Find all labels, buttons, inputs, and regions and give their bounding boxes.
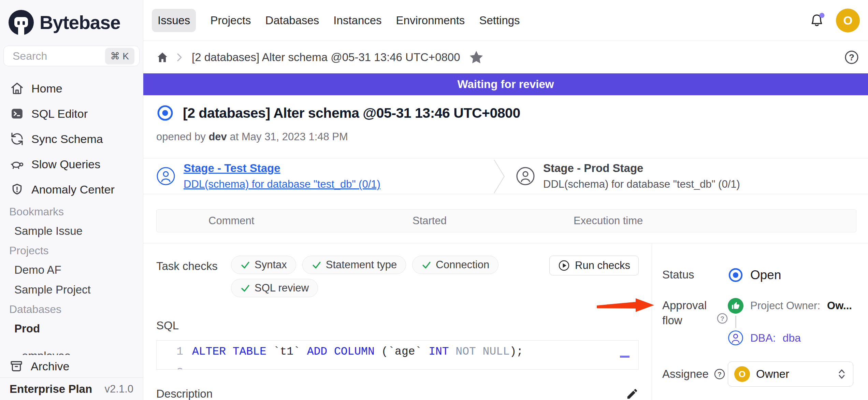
stage-test-stage[interactable]: Stage - Test Stage DDL(schema) for datab… [156,158,380,194]
bytebase-logo-icon [8,9,35,36]
line-number: 2 [157,366,192,370]
sidebar: Bytebase Search ⌘ K Home SQL Editor Sync… [0,0,143,400]
sql-editor-icon [10,107,24,120]
main-area: Issues Projects Databases Instances Envi… [143,0,868,400]
approval-step-pending: DBA: dba [728,330,852,346]
sidebar-item-demo-af[interactable]: Demo AF [0,260,143,280]
status-value: Open [750,268,781,282]
user-avatar[interactable]: O [836,9,860,32]
stage-task-link[interactable]: DDL(schema) for database "test_db" (0/1) [184,178,380,190]
search-placeholder: Search [13,50,105,62]
tab-projects[interactable]: Projects [210,14,251,27]
edit-pencil-icon[interactable] [626,387,639,400]
notification-bell-icon[interactable] [808,12,826,29]
approval-help-icon[interactable]: ? [716,312,728,325]
tab-databases[interactable]: Databases [265,14,319,27]
sidebar-section-databases: Databases [0,300,143,319]
column-execution-time: Execution time [574,210,643,232]
help-icon[interactable]: ? [844,50,859,65]
annotation-arrow [596,296,655,314]
assignee-help-icon[interactable]: ? [713,368,726,380]
breadcrumb: [2 databases] Alter schema @05-31 13:46 … [143,41,868,73]
tab-instances[interactable]: Instances [333,14,381,27]
top-navigation: Issues Projects Databases Instances Envi… [143,0,868,41]
assignee-value: Owner [756,368,789,381]
task-table-header: Comment Started Execution time [156,209,856,232]
banner-text: Waiting for review [458,78,554,91]
stage-separator-chevron [493,158,506,195]
tab-issues[interactable]: Issues [152,9,196,32]
assignee-row: Assignee ? O Owner [662,361,868,387]
task-checks-label: Task checks [156,260,220,273]
check-syntax[interactable]: Syntax [231,256,296,274]
home-icon [10,82,24,95]
search-shortcut: ⌘ K [105,48,134,65]
stage-person-icon-active [156,167,175,186]
sidebar-item-home[interactable]: Home [0,76,143,101]
stage-name-link[interactable]: Stage - Test Stage [184,162,380,175]
approval-connector-line [735,316,736,328]
sidebar-item-sync-schema[interactable]: Sync Schema [0,126,143,152]
stage-task[interactable]: DDL(schema) for database "test_db" (0/1) [543,178,740,190]
status-row: Status Open [662,267,868,283]
issue-open-icon [156,104,174,122]
tab-environments[interactable]: Environments [396,14,465,27]
logo[interactable]: Bytebase [0,0,143,38]
check-sql-review[interactable]: SQL review [231,279,318,297]
assignee-select[interactable]: O Owner [728,361,853,387]
star-icon[interactable] [469,50,483,65]
svg-text:?: ? [849,52,854,62]
breadcrumb-home-icon[interactable] [156,51,169,64]
status-open-icon [728,267,743,283]
slow-queries-icon [10,157,24,171]
sql-editor[interactable]: 1 ALTER TABLE `t1` ADD COLUMN (`age` INT… [156,340,639,370]
check-statement-type[interactable]: Statement type [302,256,406,274]
stage-name[interactable]: Stage - Prod Stage [543,162,740,175]
sidebar-item-sample-project[interactable]: Sample Project [0,280,143,300]
plan-label: Enterprise Plan [10,383,92,396]
status-banner: Waiting for review [143,73,868,95]
sidebar-item-anomaly-center[interactable]: Anomaly Center [0,177,143,202]
sidebar-item-sql-editor[interactable]: SQL Editor [0,101,143,126]
sidebar-item-sample-issue[interactable]: Sample Issue [0,221,143,241]
play-icon [558,259,570,272]
thumbs-up-approved-icon [728,298,743,314]
approval-step-role: Project Owner: [750,300,820,312]
approval-step-role: DBA: [750,332,776,344]
issue-title: [2 databases] Alter schema @05-31 13:46 … [183,105,520,121]
stage-strip: Stage - Test Stage DDL(schema) for datab… [143,158,868,194]
sidebar-section-projects: Projects [0,241,143,260]
check-connection[interactable]: Connection [412,256,498,274]
assignee-label: Assignee [662,367,709,382]
description-label: Description [156,387,213,400]
approval-step-value: dba [783,332,801,344]
stage-person-icon-inactive [516,167,535,186]
issue-header: [2 databases] Alter schema @05-31 13:46 … [143,95,868,143]
stage-prod-stage[interactable]: Stage - Prod Stage DDL(schema) for datab… [516,158,740,194]
sidebar-section-bookmarks: Bookmarks [0,202,143,221]
run-checks-button[interactable]: Run checks [549,256,639,275]
approval-flow-label: Approval flow ? [662,298,728,346]
issue-sidebar-panel: Status Open Approval flow ? Project Owne… [652,243,868,400]
sidebar-item-slow-queries[interactable]: Slow Queries [0,152,143,177]
sidebar-item-archive[interactable]: Archive [0,355,143,377]
dba-person-icon [728,330,743,346]
sidebar-item-prod[interactable]: Prod [0,319,143,339]
svg-text:?: ? [720,315,724,322]
search-input[interactable]: Search ⌘ K [3,46,140,66]
issue-byline: opened by dev at May 31, 2023 1:48 PM [156,131,855,143]
line-number: 1 [157,345,192,358]
sql-section-label: SQL [156,319,639,332]
sidebar-footer: Enterprise Plan v2.1.0 [0,377,143,400]
approval-step-value: Ow... [827,300,852,312]
tab-settings[interactable]: Settings [479,14,520,27]
approval-step-approved: Project Owner: Ow... [728,298,852,314]
select-chevrons-icon [837,367,847,382]
anomaly-center-icon [10,183,24,196]
brand-name: Bytebase [40,12,120,33]
issue-author: dev [208,131,227,143]
breadcrumb-issue-label[interactable]: [2 databases] Alter schema @05-31 13:46 … [192,51,460,64]
sql-code-line: ALTER TABLE `t1` ADD COLUMN (`age` INT N… [192,345,523,358]
column-comment: Comment [208,210,254,232]
version-label: v2.1.0 [105,383,133,395]
